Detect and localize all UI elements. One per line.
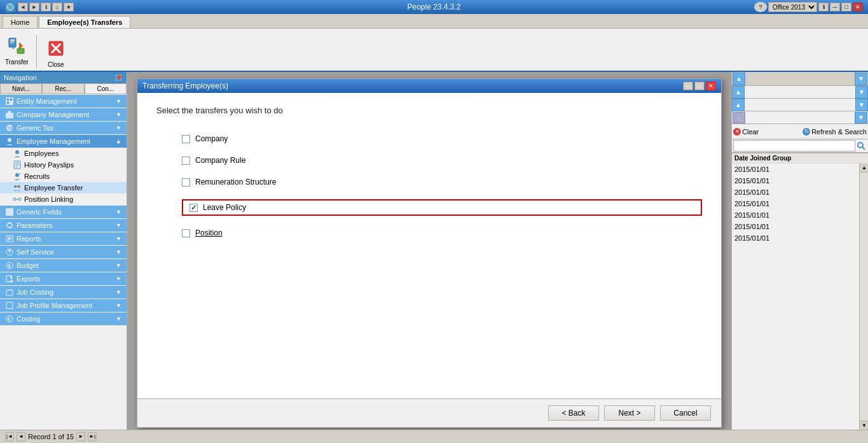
back-button[interactable]: < Back xyxy=(548,405,599,421)
nav-forward-btn[interactable]: ► xyxy=(29,3,39,11)
svg-rect-7 xyxy=(17,48,24,53)
svg-text:$: $ xyxy=(8,263,11,269)
close-ribbon-icon xyxy=(45,37,67,60)
sidebar-item-exports[interactable]: Exports ▼ xyxy=(0,272,127,285)
search-field[interactable] xyxy=(733,140,855,151)
right-expand-2[interactable]: ▼ xyxy=(855,73,867,85)
sidebar-item-employee-management[interactable]: Employee Management ▲ xyxy=(0,135,127,148)
help-icon[interactable]: ? xyxy=(754,2,767,12)
ribbon-sep-1 xyxy=(36,35,37,68)
right-panel-top: ▲ ▼ xyxy=(732,72,868,86)
minimize-btn[interactable]: ─ xyxy=(830,3,840,11)
date-joined-header: Date Joined Group xyxy=(732,153,868,164)
modal-footer: < Back Next > Cancel xyxy=(137,398,721,427)
svg-marker-49 xyxy=(12,280,13,283)
sidebar-item-reports[interactable]: Reports ▼ xyxy=(0,232,127,245)
date-row-5: 2015/01/01 xyxy=(732,209,859,221)
content-area: Transferring Employee(s) ─ □ ✕ Select th… xyxy=(127,72,731,430)
nav-next-btn[interactable]: ► xyxy=(76,432,85,441)
sidebar-item-budget[interactable]: $ Budget ▼ xyxy=(0,259,127,272)
nav-info-btn[interactable]: ℹ xyxy=(41,3,51,11)
date-row-3: 2015/01/01 xyxy=(732,186,859,198)
sidebar-item-company-management[interactable]: Company Management ▼ xyxy=(0,108,127,121)
date-rows: 2015/01/01 2015/01/01 2015/01/01 2015/01… xyxy=(732,164,859,430)
scroll-up-btn[interactable]: ▲ xyxy=(860,164,868,172)
position-label: Position xyxy=(195,229,223,237)
title-bar: ◄ ► ℹ ⌂ ★ People 23.4.3.2 ? Office 2013 … xyxy=(0,0,868,14)
maximize-btn[interactable]: □ xyxy=(841,3,851,11)
remuneration-checkbox[interactable] xyxy=(182,178,190,186)
position-checkbox[interactable] xyxy=(182,229,190,237)
right-expand-1[interactable]: ▲ xyxy=(733,73,745,85)
employee-mgmt-arrow: ▲ xyxy=(116,138,121,144)
sidebar-tab-con[interactable]: Con... xyxy=(85,83,127,94)
nav-back-btn[interactable]: ◄ xyxy=(18,3,28,11)
sidebar-nav-tabs: Navi... Rec... Con... xyxy=(0,83,127,94)
search-icon[interactable] xyxy=(855,140,867,151)
sidebar-subitem-employees[interactable]: Employees xyxy=(0,148,127,159)
modal-title-bar: Transferring Employee(s) ─ □ ✕ xyxy=(137,79,721,93)
svg-rect-11 xyxy=(6,97,13,105)
nav-home-btn[interactable]: ⌂ xyxy=(52,3,62,11)
close-ribbon-btn[interactable]: Close xyxy=(45,37,67,68)
sidebar-item-job-profile-management[interactable]: Job Profile Management ▼ xyxy=(0,299,127,312)
info-btn[interactable]: ℹ xyxy=(818,3,829,11)
option-leave-policy-wrapper: ✓ Leave Policy xyxy=(182,199,702,216)
close-btn[interactable]: ✕ xyxy=(853,3,863,11)
sidebar-item-entity-management[interactable]: Entity Management ▼ xyxy=(0,95,127,108)
sidebar-subitem-employee-transfer[interactable]: Employee Transfer xyxy=(0,182,127,193)
sidebar-pin-icon[interactable]: 📌 xyxy=(114,73,123,82)
modal-restore-btn[interactable]: □ xyxy=(694,81,705,90)
status-bar: |◄ ◄ Record 1 of 15 ► ►| xyxy=(0,430,868,442)
sidebar-subitem-history-payslips[interactable]: History Payslips xyxy=(0,159,127,171)
refresh-button[interactable]: ↻ Refresh & Search xyxy=(803,128,867,136)
tab-home[interactable]: Home xyxy=(3,16,38,28)
tab-bar: Home Employee(s) Transfers xyxy=(0,14,868,29)
scroll-down-btn[interactable]: ▼ xyxy=(860,421,868,430)
right-expand-5[interactable]: ▲ xyxy=(732,99,745,111)
svg-line-57 xyxy=(862,147,865,150)
right-expand-4[interactable]: ▼ xyxy=(855,86,868,99)
svg-point-31 xyxy=(13,198,16,200)
sidebar-header: Navigation 📌 xyxy=(0,72,127,83)
app-title: People 23.4.3.2 xyxy=(407,3,460,11)
svg-rect-34 xyxy=(6,208,13,216)
right-expand-7[interactable]: ▼ xyxy=(855,112,867,123)
svg-text:€: € xyxy=(8,316,11,322)
modal-minimize-btn[interactable]: ─ xyxy=(683,81,693,90)
nav-star-btn[interactable]: ★ xyxy=(64,3,74,11)
transfer-ribbon-btn[interactable]: Transfer xyxy=(5,34,29,66)
nav-last-btn[interactable]: ►| xyxy=(88,432,97,441)
sidebar-item-costing[interactable]: € Costing ▼ xyxy=(0,313,127,325)
right-scrollbar[interactable]: ▲ ▼ xyxy=(859,164,868,430)
modal-title: Transferring Employee(s) xyxy=(142,81,228,90)
leave-policy-checkbox[interactable]: ✓ xyxy=(189,204,198,212)
next-button[interactable]: Next > xyxy=(604,405,655,421)
svg-point-27 xyxy=(14,185,17,188)
tab-employee-transfers[interactable]: Employee(s) Transfers xyxy=(39,16,130,28)
sidebar-subitem-recruits[interactable]: Recruits xyxy=(0,171,127,182)
right-expand-3[interactable]: ▲ xyxy=(732,86,745,99)
cancel-button[interactable]: Cancel xyxy=(660,405,711,421)
office-select[interactable]: Office 2013 xyxy=(768,2,817,12)
sidebar-item-parameters[interactable]: Parameters ▼ xyxy=(0,219,127,232)
sidebar-tab-nav[interactable]: Navi... xyxy=(0,83,42,94)
option-position: Position xyxy=(182,229,702,237)
nav-prev-btn[interactable]: ◄ xyxy=(17,432,25,441)
sidebar-item-generic-fields[interactable]: Generic Fields ▼ xyxy=(0,206,127,218)
right-dots-btn[interactable]: ··· xyxy=(733,112,745,123)
sidebar-item-self-service[interactable]: Self Service ▼ xyxy=(0,246,127,258)
sidebar-item-generic-tax[interactable]: % Generic Tax ▼ xyxy=(0,122,127,134)
right-row-2: ▲ ▼ xyxy=(732,86,868,99)
sidebar-subitem-position-linking[interactable]: Position Linking xyxy=(0,193,127,205)
nav-first-btn[interactable]: |◄ xyxy=(5,432,14,441)
modal-close-btn[interactable]: ✕ xyxy=(706,81,716,90)
scroll-track xyxy=(860,172,868,421)
sidebar-tab-rec[interactable]: Rec... xyxy=(42,83,84,94)
sidebar-item-job-costing[interactable]: Job Costing ▼ xyxy=(0,286,127,299)
clear-button[interactable]: ✕ Clear xyxy=(733,128,759,136)
company-checkbox[interactable] xyxy=(182,135,190,143)
transfer-label: Transfer xyxy=(5,59,29,66)
company-rule-checkbox[interactable] xyxy=(182,157,190,165)
right-expand-6[interactable]: ▼ xyxy=(855,99,868,111)
